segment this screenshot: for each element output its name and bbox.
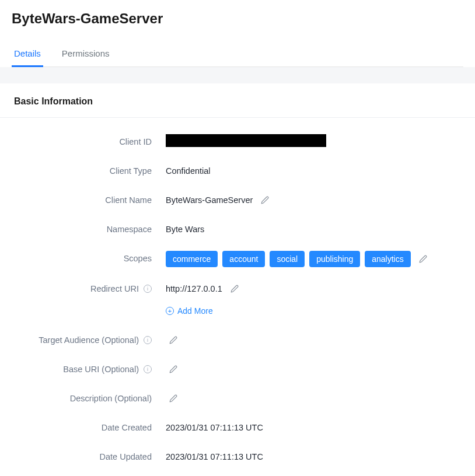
- edit-redirect-uri-icon[interactable]: [227, 281, 242, 296]
- info-icon[interactable]: i: [144, 285, 152, 293]
- add-more-redirect-uri-link[interactable]: + Add More: [166, 303, 213, 318]
- redirect-uri-value: http://127.0.0.1: [166, 281, 222, 296]
- scope-tag-analytics: analytics: [365, 251, 410, 267]
- tab-permissions[interactable]: Permissions: [60, 41, 112, 67]
- scope-tag-account: account: [222, 251, 265, 267]
- client-name-value: ByteWars-GameServer: [166, 192, 253, 208]
- client-type-label: Client Type: [14, 163, 166, 178]
- scopes-label: Scopes: [14, 251, 166, 266]
- tab-details[interactable]: Details: [12, 41, 43, 67]
- client-name-label: Client Name: [14, 192, 166, 208]
- client-id-value-redacted: [166, 134, 326, 147]
- namespace-value: Byte Wars: [166, 222, 204, 237]
- target-audience-label: Target Audience (Optional) i: [14, 332, 166, 348]
- date-created-value: 2023/01/31 07:11:13 UTC: [166, 420, 263, 435]
- client-type-value: Confidential: [166, 163, 211, 178]
- tabs: Details Permissions: [12, 41, 463, 67]
- scope-tag-publishing: publishing: [309, 251, 360, 267]
- edit-target-audience-icon[interactable]: [166, 332, 181, 348]
- edit-base-uri-icon[interactable]: [166, 362, 181, 377]
- plus-circle-icon: +: [166, 307, 174, 315]
- client-id-label: Client ID: [14, 134, 166, 149]
- redirect-uri-label: Redirect URI i: [14, 281, 166, 296]
- basic-information-card: Basic Information Client ID Client Type …: [0, 83, 475, 476]
- page-title: ByteWars-GameServer: [12, 10, 463, 27]
- edit-client-name-icon[interactable]: [257, 192, 273, 208]
- description-label: Description (Optional): [14, 391, 166, 406]
- date-created-label: Date Created: [14, 420, 166, 435]
- scope-tag-social: social: [270, 251, 305, 267]
- card-title: Basic Information: [14, 96, 461, 107]
- scope-tag-commerce: commerce: [166, 251, 218, 267]
- date-updated-label: Date Updated: [14, 449, 166, 464]
- namespace-label: Namespace: [14, 222, 166, 237]
- info-icon[interactable]: i: [144, 336, 152, 344]
- date-updated-value: 2023/01/31 07:11:13 UTC: [166, 449, 263, 464]
- edit-scopes-icon[interactable]: [415, 251, 431, 267]
- info-icon[interactable]: i: [144, 365, 152, 373]
- edit-description-icon[interactable]: [166, 391, 181, 406]
- base-uri-label: Base URI (Optional) i: [14, 362, 166, 377]
